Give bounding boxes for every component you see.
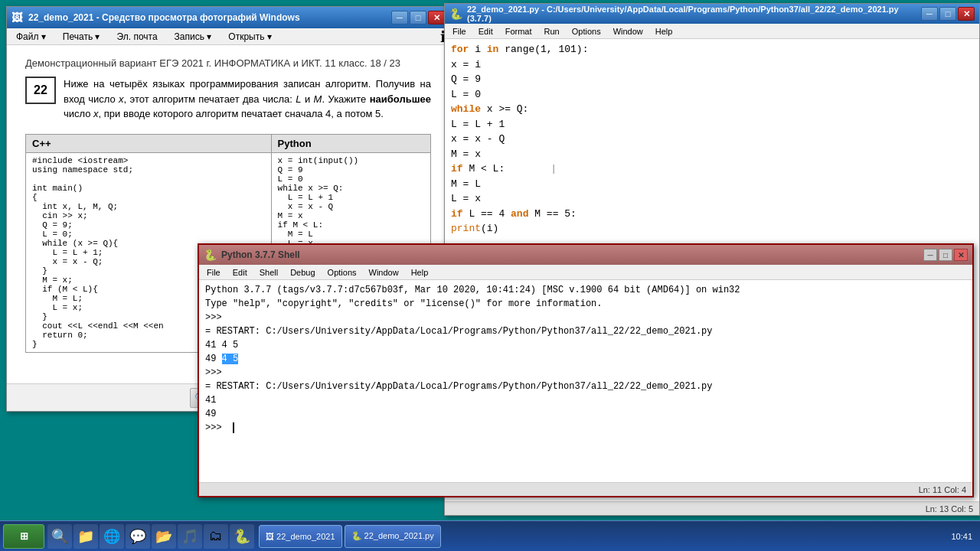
shell-prompt-3[interactable]: >>>	[205, 421, 966, 435]
editor-menu-edit[interactable]: Edit	[474, 26, 498, 37]
taskbar-search-icon[interactable]: 🔍	[47, 524, 72, 549]
shell-statusbar: Ln: 11 Col: 4	[199, 482, 972, 496]
editor-menu-format[interactable]: Format	[501, 26, 537, 37]
code-line-13: print(i)	[451, 221, 973, 236]
shell-minimize-button[interactable]: ─	[923, 249, 937, 261]
code-line-6: L = L + 1	[451, 117, 973, 132]
shell-menu-options[interactable]: Options	[323, 267, 361, 278]
editor-menu-window[interactable]: Window	[609, 26, 648, 37]
menu-open[interactable]: Открыть ▾	[222, 30, 277, 44]
editor-menu-help[interactable]: Help	[651, 26, 678, 37]
editor-window-controls: ─ □ ✕	[921, 7, 975, 21]
taskbar-discord-icon[interactable]: 💬	[126, 524, 150, 549]
taskbar-file-explorer-icon[interactable]: 📁	[74, 524, 98, 549]
shell-highlighted-output: 4 5	[222, 354, 239, 364]
shell-restart-1: = RESTART: C:/Users/University/AppData/L…	[205, 324, 966, 338]
taskbar-time: 10:41	[951, 532, 972, 541]
taskbar-photo-viewer-button[interactable]: 🖼 22_demo_2021	[259, 525, 342, 548]
shell-menu-shell[interactable]: Shell	[255, 267, 283, 278]
taskbar: ⊞ 🔍 📁 🌐 💬 📂 🎵 🗂 🐍 🖼 22_demo_2021 🐍 22_de…	[0, 520, 980, 551]
shell-status-text: Ln: 11 Col: 4	[919, 485, 966, 494]
editor-maximize-button[interactable]: □	[939, 7, 956, 21]
editor-status-text: Ln: 13 Col: 5	[926, 504, 973, 514]
menu-file[interactable]: Файл ▾	[10, 30, 52, 44]
menu-record[interactable]: Запись ▾	[168, 30, 218, 44]
python-editor-titlebar: 🐍 22_demo_2021.py - C:/Users/University/…	[445, 4, 979, 24]
col-cpp-header: C++	[26, 134, 272, 152]
task-description: Ниже на четырёх языках программирования …	[64, 77, 431, 122]
editor-menu-options[interactable]: Options	[567, 26, 606, 37]
shell-maximize-button[interactable]: □	[939, 249, 952, 261]
taskbar-chrome-icon[interactable]: 🌐	[100, 524, 124, 549]
page-header: Демонстрационный вариант ЕГЭ 2021 г. ИНФ…	[25, 57, 431, 69]
shell-menu-window[interactable]: Window	[364, 267, 403, 278]
taskbar-folder-icon[interactable]: 📂	[152, 524, 176, 549]
task-row: 22 Ниже на четырёх языках программирован…	[25, 77, 431, 122]
shell-help-line: Type "help", "copyright", "credits" or "…	[205, 297, 966, 311]
shell-title: Python 3.7.7 Shell	[221, 249, 300, 260]
minimize-button[interactable]: ─	[391, 11, 408, 24]
photo-viewer-menubar: Файл ▾ Печать ▾ Эл. почта Запись ▾ Откры…	[7, 28, 449, 45]
code-line-1: for i in range(1, 101):	[451, 42, 973, 57]
menu-print[interactable]: Печать ▾	[57, 30, 106, 44]
code-line-11: L = x	[451, 191, 973, 207]
python-editor-title: 22_demo_2021.py - C:/Users/University/Ap…	[467, 5, 921, 23]
shell-restart-2: = RESTART: C:/Users/University/AppData/L…	[205, 380, 966, 393]
shell-cursor	[227, 422, 234, 433]
code-line-7: x = x - Q	[451, 132, 973, 147]
editor-minimize-button[interactable]: ─	[921, 7, 938, 21]
start-label: ⊞	[20, 530, 28, 542]
python-editor-menubar: File Edit Format Run Options Window Help	[445, 24, 979, 39]
photo-viewer-window-controls: ─ □ ✕	[391, 11, 445, 24]
code-line-2: x = i	[451, 57, 973, 73]
shell-output-1a: 41 4 5	[205, 338, 966, 352]
taskbar-python-editor-button[interactable]: 🐍 22_demo_2021.py	[345, 525, 441, 548]
python-editor-icon: 🐍	[449, 8, 462, 20]
shell-icon: 🐍	[204, 249, 217, 261]
taskbar-media-icon[interactable]: 🎵	[178, 524, 202, 549]
shell-menu-file[interactable]: File	[202, 267, 225, 278]
taskbar-files-icon[interactable]: 🗂	[204, 524, 228, 549]
code-line-9: if M < L:|	[451, 161, 973, 177]
shell-prompt-1: >>>	[205, 311, 966, 324]
python-editor-statusbar: Ln: 13 Col: 5	[445, 501, 979, 515]
taskbar-system-tray: 10:41	[951, 532, 977, 541]
shell-window-controls: ─ □ ✕	[923, 249, 968, 261]
page-info-text: Демонстрационный вариант ЕГЭ 2021 г. ИНФ…	[25, 57, 400, 69]
editor-menu-run[interactable]: Run	[540, 26, 564, 37]
editor-menu-file[interactable]: File	[448, 26, 471, 37]
shell-menu-debug[interactable]: Debug	[286, 267, 319, 278]
shell-titlebar: 🐍 Python 3.7.7 Shell ─ □ ✕	[199, 245, 972, 265]
python-shell-window: 🐍 Python 3.7.7 Shell ─ □ ✕ File Edit She…	[198, 243, 974, 497]
code-line-4: L = 0	[451, 87, 973, 103]
shell-output-2a: 41	[205, 393, 966, 407]
menu-email[interactable]: Эл. почта	[111, 30, 164, 44]
taskbar-python-icon[interactable]: 🐍	[230, 524, 254, 549]
shell-output-1b: 49 4 5	[205, 352, 966, 366]
shell-menubar: File Edit Shell Debug Options Window Hel…	[199, 265, 972, 280]
maximize-button[interactable]: □	[410, 11, 426, 24]
shell-version-line: Python 3.7.7 (tags/v3.7.7:d7c567b03f, Ma…	[205, 283, 966, 297]
code-line-8: M = x	[451, 147, 973, 162]
shell-prompt-2: >>>	[205, 366, 966, 380]
taskbar-photo-viewer-label: 🖼 22_demo_2021	[266, 532, 335, 541]
photo-viewer-titlebar: 🖼 22_demo_2021 - Средство просмотра фото…	[7, 7, 449, 28]
photo-viewer-title: 22_demo_2021 - Средство просмотра фотогр…	[28, 12, 391, 23]
shell-output-2b: 49	[205, 407, 966, 421]
shell-menu-edit[interactable]: Edit	[228, 267, 252, 278]
taskbar-python-editor-label: 🐍 22_demo_2021.py	[351, 531, 434, 541]
taskbar-pinned-icons: 🔍 📁 🌐 💬 📂 🎵 🗂 🐍	[47, 524, 254, 549]
start-button[interactable]: ⊞	[3, 524, 44, 549]
close-button[interactable]: ✕	[428, 11, 445, 24]
code-line-12: if L == 4 and M == 5:	[451, 207, 973, 222]
code-line-3: Q = 9	[451, 72, 973, 87]
photo-viewer-icon: 🖼	[11, 11, 24, 24]
code-line-5: while x >= Q:	[451, 102, 973, 117]
code-line-10: M = L	[451, 177, 973, 192]
col-python-header: Python	[271, 134, 430, 152]
shell-close-button[interactable]: ✕	[954, 249, 968, 261]
shell-output-area[interactable]: Python 3.7.7 (tags/v3.7.7:d7c567b03f, Ma…	[199, 280, 972, 482]
editor-close-button[interactable]: ✕	[958, 7, 975, 21]
task-number: 22	[25, 77, 56, 104]
shell-menu-help[interactable]: Help	[407, 267, 433, 278]
